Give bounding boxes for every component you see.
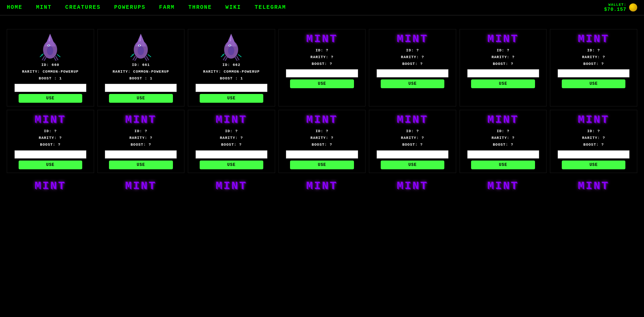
card-660-id: ID: 660 — [22, 62, 79, 69]
mint-r2c3-use-button[interactable]: USE — [200, 161, 263, 169]
mint-r1c4-boost: BOOST: ? — [310, 61, 333, 68]
mint-r1c4-use-button[interactable]: USE — [290, 79, 354, 88]
mint-r2c3-boost: BOOST: ? — [220, 142, 243, 148]
mint-title-r3c7: MINT — [553, 180, 634, 192]
mint-r1c7-use-button[interactable]: USE — [562, 79, 625, 88]
mint-title-r2c4: MINT — [306, 114, 338, 126]
mint-title-r3c3: MINT — [191, 180, 272, 192]
nav-telegram[interactable]: TELEGRAM — [254, 4, 286, 10]
mint-r2c7-input[interactable] — [558, 150, 629, 158]
mint-r1c6-rarity: RARITY: ? — [491, 54, 514, 61]
mint-r2c3-info: ID: ? RARITY: ? BOOST: ? — [220, 128, 243, 148]
mint-r2c3-input[interactable] — [196, 150, 267, 158]
mint-r1c7-input[interactable] — [558, 69, 629, 77]
mint-card-r1c7: MINT ID: ? RARITY: ? BOOST: ? USE — [550, 29, 637, 106]
mint-r2c6-input[interactable] — [467, 150, 539, 158]
card-660-input[interactable] — [15, 84, 86, 92]
mint-r2c2-id: ID: ? — [129, 128, 152, 135]
mint-r2c6-id: ID: ? — [491, 128, 514, 135]
mint-r2c7-id: ID: ? — [582, 128, 605, 135]
mint-r2c4-id: ID: ? — [310, 128, 333, 135]
nav-creatures[interactable]: CREATURES — [65, 4, 101, 10]
mint-r2c4-input[interactable] — [286, 150, 358, 158]
mint-card-r2c4: MINT ID: ? RARITY: ? BOOST: ? USE — [279, 110, 366, 173]
main-content: ID: 660 RARITY: COMMON-POWERUP BOOST : 1… — [0, 16, 644, 202]
mint-r2c1-use-button[interactable]: USE — [19, 161, 82, 169]
mint-r2c2-input[interactable] — [105, 150, 177, 158]
svg-line-22 — [145, 57, 147, 60]
svg-point-5 — [47, 46, 53, 55]
mint-card-r2c2: MINT ID: ? RARITY: ? BOOST: ? USE — [97, 110, 185, 173]
card-661-input[interactable] — [105, 84, 177, 92]
mint-card-r2c6: MINT ID: ? RARITY: ? BOOST: ? USE — [460, 110, 547, 173]
mint-r2c3-id: ID: ? — [220, 128, 243, 135]
mint-r2c5-input[interactable] — [377, 150, 448, 158]
mint-r2c2-use-button[interactable]: USE — [109, 161, 173, 169]
mint-r1c5-info: ID: ? RARITY: ? BOOST: ? — [401, 47, 424, 67]
card-661-use-button[interactable]: USE — [109, 94, 173, 103]
nav-home[interactable]: HOME — [7, 4, 22, 10]
mint-partial-r3c7: MINT — [550, 176, 637, 196]
mint-r2c2-boost: BOOST: ? — [129, 142, 152, 148]
svg-line-33 — [225, 57, 228, 60]
mint-r2c7-info: ID: ? RARITY: ? BOOST: ? — [582, 128, 605, 148]
mint-r1c6-use-button[interactable]: USE — [471, 79, 535, 88]
mint-r1c7-rarity: RARITY: ? — [582, 54, 605, 61]
mint-r1c5-rarity: RARITY: ? — [401, 54, 424, 61]
mint-r2c6-use-button[interactable]: USE — [471, 161, 535, 169]
card-661-id: ID: 661 — [113, 62, 169, 69]
creature-svg-662 — [219, 32, 244, 61]
nav-mint[interactable]: MINT — [36, 4, 51, 10]
mint-r2c2-rarity: RARITY: ? — [129, 135, 152, 142]
card-661-boost: BOOST : 1 — [113, 75, 169, 82]
mint-r2c5-id: ID: ? — [401, 128, 424, 135]
mint-card-r1c6: MINT ID: ? RARITY: ? BOOST: ? USE — [460, 29, 547, 106]
mint-r2c4-use-button[interactable]: USE — [290, 161, 354, 169]
mint-partial-r3c3: MINT — [188, 176, 275, 196]
svg-line-25 — [148, 54, 151, 57]
mint-r2c5-rarity: RARITY: ? — [401, 135, 424, 142]
mint-r1c5-use-button[interactable]: USE — [381, 79, 444, 88]
nav-farm[interactable]: FARM — [159, 4, 175, 10]
mint-card-r2c5: MINT ID: ? RARITY: ? BOOST: ? USE — [369, 110, 456, 173]
mint-card-r2c3: MINT ID: ? RARITY: ? BOOST: ? USE — [188, 110, 275, 173]
mint-r1c4-input[interactable] — [286, 69, 358, 77]
mint-title-r2c3: MINT — [216, 114, 247, 126]
card-662: ID: 662 RARITY: COMMON-POWERUP BOOST : 1… — [188, 29, 275, 106]
svg-line-20 — [135, 57, 137, 60]
nav-wiki[interactable]: WIKI — [225, 4, 241, 10]
wallet-coin-icon — [629, 3, 637, 11]
mint-title-r3c5: MINT — [372, 180, 453, 192]
card-662-input[interactable] — [196, 84, 267, 92]
svg-line-38 — [238, 54, 241, 57]
mint-title-r3c2: MINT — [101, 180, 181, 192]
mint-r1c4-info: ID: ? RARITY: ? BOOST: ? — [310, 47, 333, 67]
mint-r2c5-use-button[interactable]: USE — [381, 161, 444, 169]
mint-r1c5-input[interactable] — [377, 69, 448, 77]
cards-row-2: MINT ID: ? RARITY: ? BOOST: ? USE MINT I… — [7, 110, 637, 173]
mint-title-r2c1: MINT — [35, 114, 66, 126]
nav-links: HOME MINT CREATURES POWERUPS FARM THRONE… — [7, 4, 286, 10]
card-660-use-button[interactable]: USE — [19, 94, 82, 103]
mint-card-r1c4: MINT ID: ? RARITY: ? BOOST: ? USE — [279, 29, 366, 106]
mint-title-r1c6: MINT — [487, 33, 519, 45]
mint-r2c1-input[interactable] — [15, 150, 86, 158]
creature-image-661 — [127, 33, 154, 60]
mint-r1c6-id: ID: ? — [491, 47, 514, 54]
card-661-info: ID: 661 RARITY: COMMON-POWERUP BOOST : 1 — [113, 62, 169, 82]
svg-point-4 — [48, 45, 50, 46]
svg-point-30 — [229, 45, 231, 46]
mint-partial-r3c5: MINT — [369, 176, 456, 196]
card-662-use-button[interactable]: USE — [200, 94, 263, 103]
mint-r2c7-use-button[interactable]: USE — [562, 161, 625, 169]
mint-r2c1-id: ID: ? — [39, 128, 62, 135]
nav-powerups[interactable]: POWERUPS — [114, 4, 146, 10]
mint-title-r1c5: MINT — [397, 33, 428, 45]
mint-r1c6-input[interactable] — [467, 69, 539, 77]
mint-r2c3-rarity: RARITY: ? — [220, 135, 243, 142]
mint-partial-r3c4: MINT — [279, 176, 366, 196]
svg-point-17 — [139, 45, 140, 46]
mint-r2c4-rarity: RARITY: ? — [310, 135, 333, 142]
wallet-display: WALLET: $70.157 — [604, 3, 637, 12]
nav-throne[interactable]: THRONE — [188, 4, 212, 10]
